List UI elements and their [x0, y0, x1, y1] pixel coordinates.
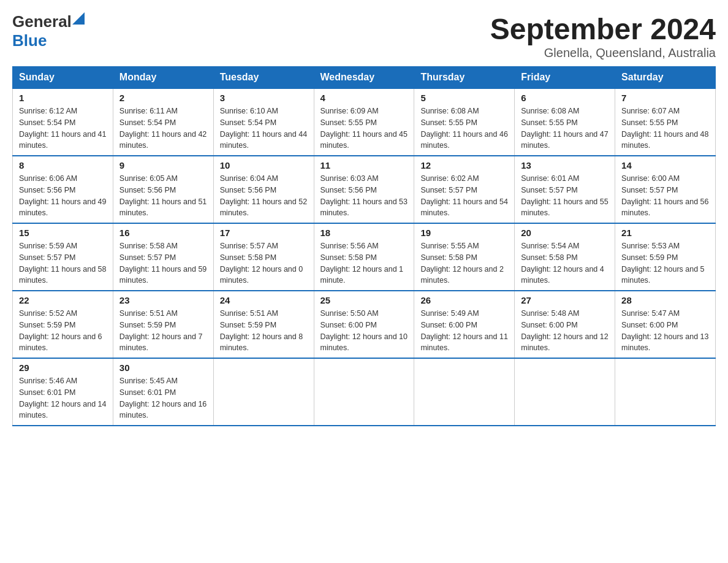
day-number: 25	[320, 295, 408, 305]
calendar-cell: 20 Sunrise: 5:54 AMSunset: 5:58 PMDaylig…	[515, 223, 615, 291]
calendar-cell	[615, 358, 716, 426]
day-info: Sunrise: 5:55 AMSunset: 5:58 PMDaylight:…	[420, 242, 504, 285]
day-number: 28	[621, 295, 709, 305]
day-info: Sunrise: 6:05 AMSunset: 5:56 PMDaylight:…	[119, 174, 207, 217]
calendar-cell: 21 Sunrise: 5:53 AMSunset: 5:59 PMDaylig…	[615, 223, 716, 291]
day-info: Sunrise: 5:54 AMSunset: 5:58 PMDaylight:…	[521, 242, 604, 285]
day-number: 30	[119, 362, 207, 373]
day-info: Sunrise: 5:49 AMSunset: 6:00 PMDaylight:…	[420, 309, 507, 352]
day-info: Sunrise: 5:50 AMSunset: 6:00 PMDaylight:…	[320, 309, 408, 352]
day-number: 12	[420, 160, 508, 170]
calendar-cell: 11 Sunrise: 6:03 AMSunset: 5:56 PMDaylig…	[314, 156, 414, 223]
calendar-table: SundayMondayTuesdayWednesdayThursdayFrid…	[12, 66, 716, 426]
calendar-week-row: 15 Sunrise: 5:59 AMSunset: 5:57 PMDaylig…	[13, 223, 716, 291]
calendar-cell: 30 Sunrise: 5:45 AMSunset: 6:01 PMDaylig…	[113, 358, 213, 426]
day-info: Sunrise: 5:59 AMSunset: 5:57 PMDaylight:…	[19, 242, 106, 285]
calendar-cell: 3 Sunrise: 6:10 AMSunset: 5:54 PMDayligh…	[213, 88, 314, 156]
day-info: Sunrise: 6:10 AMSunset: 5:54 PMDaylight:…	[220, 107, 307, 150]
calendar-week-row: 22 Sunrise: 5:52 AMSunset: 5:59 PMDaylig…	[13, 291, 716, 358]
day-info: Sunrise: 5:45 AMSunset: 6:01 PMDaylight:…	[119, 377, 207, 419]
calendar-cell: 15 Sunrise: 5:59 AMSunset: 5:57 PMDaylig…	[13, 223, 113, 291]
day-header-saturday: Saturday	[615, 67, 716, 89]
logo-blue-text: Blue	[12, 31, 47, 50]
day-info: Sunrise: 5:53 AMSunset: 5:59 PMDaylight:…	[621, 242, 705, 285]
calendar-cell: 26 Sunrise: 5:49 AMSunset: 6:00 PMDaylig…	[414, 291, 515, 358]
day-info: Sunrise: 5:51 AMSunset: 5:59 PMDaylight:…	[119, 309, 203, 352]
calendar-cell: 1 Sunrise: 6:12 AMSunset: 5:54 PMDayligh…	[13, 88, 113, 156]
calendar-cell: 2 Sunrise: 6:11 AMSunset: 5:54 PMDayligh…	[113, 88, 213, 156]
day-info: Sunrise: 6:07 AMSunset: 5:55 PMDaylight:…	[621, 107, 708, 150]
calendar-cell: 10 Sunrise: 6:04 AMSunset: 5:56 PMDaylig…	[213, 156, 314, 223]
day-number: 9	[119, 160, 207, 170]
day-number: 6	[521, 93, 609, 103]
calendar-cell	[414, 358, 515, 426]
calendar-cell: 14 Sunrise: 6:00 AMSunset: 5:57 PMDaylig…	[615, 156, 716, 223]
logo-triangle-icon	[72, 12, 85, 25]
calendar-header-row: SundayMondayTuesdayWednesdayThursdayFrid…	[13, 67, 716, 89]
calendar-cell: 12 Sunrise: 6:02 AMSunset: 5:57 PMDaylig…	[414, 156, 515, 223]
day-header-wednesday: Wednesday	[314, 67, 414, 89]
day-number: 11	[320, 160, 408, 170]
day-number: 21	[621, 228, 709, 238]
calendar-cell: 5 Sunrise: 6:08 AMSunset: 5:55 PMDayligh…	[414, 88, 515, 156]
calendar-cell: 13 Sunrise: 6:01 AMSunset: 5:57 PMDaylig…	[515, 156, 615, 223]
day-number: 22	[19, 295, 107, 305]
calendar-cell: 9 Sunrise: 6:05 AMSunset: 5:56 PMDayligh…	[113, 156, 213, 223]
logo: General Blue	[12, 12, 85, 50]
title-block: September 2024 Glenella, Queensland, Aus…	[490, 12, 716, 60]
calendar-cell	[213, 358, 314, 426]
day-number: 1	[19, 93, 107, 103]
day-number: 10	[220, 160, 308, 170]
calendar-cell: 8 Sunrise: 6:06 AMSunset: 5:56 PMDayligh…	[13, 156, 113, 223]
day-number: 27	[521, 295, 609, 305]
calendar-cell: 19 Sunrise: 5:55 AMSunset: 5:58 PMDaylig…	[414, 223, 515, 291]
day-info: Sunrise: 6:12 AMSunset: 5:54 PMDaylight:…	[19, 107, 106, 150]
calendar-cell: 22 Sunrise: 5:52 AMSunset: 5:59 PMDaylig…	[13, 291, 113, 358]
calendar-cell: 24 Sunrise: 5:51 AMSunset: 5:59 PMDaylig…	[213, 291, 314, 358]
calendar-cell: 4 Sunrise: 6:09 AMSunset: 5:55 PMDayligh…	[314, 88, 414, 156]
day-number: 8	[19, 160, 107, 170]
day-header-tuesday: Tuesday	[213, 67, 314, 89]
calendar-week-row: 8 Sunrise: 6:06 AMSunset: 5:56 PMDayligh…	[13, 156, 716, 223]
day-number: 19	[420, 228, 508, 238]
calendar-cell: 17 Sunrise: 5:57 AMSunset: 5:58 PMDaylig…	[213, 223, 314, 291]
day-number: 18	[320, 228, 408, 238]
day-info: Sunrise: 6:06 AMSunset: 5:56 PMDaylight:…	[19, 174, 106, 217]
day-number: 2	[119, 93, 207, 103]
day-header-thursday: Thursday	[414, 67, 515, 89]
day-number: 29	[19, 362, 107, 373]
day-number: 15	[19, 228, 107, 238]
day-number: 20	[521, 228, 609, 238]
day-info: Sunrise: 6:09 AMSunset: 5:55 PMDaylight:…	[320, 107, 408, 150]
day-number: 26	[420, 295, 508, 305]
day-number: 7	[621, 93, 709, 103]
day-info: Sunrise: 5:58 AMSunset: 5:57 PMDaylight:…	[119, 242, 207, 285]
day-header-monday: Monday	[113, 67, 213, 89]
day-info: Sunrise: 6:08 AMSunset: 5:55 PMDaylight:…	[521, 107, 608, 150]
location: Glenella, Queensland, Australia	[490, 46, 716, 60]
day-info: Sunrise: 5:56 AMSunset: 5:58 PMDaylight:…	[320, 242, 404, 285]
day-number: 4	[320, 93, 408, 103]
day-number: 24	[220, 295, 308, 305]
calendar-cell: 7 Sunrise: 6:07 AMSunset: 5:55 PMDayligh…	[615, 88, 716, 156]
day-info: Sunrise: 6:03 AMSunset: 5:56 PMDaylight:…	[320, 174, 408, 217]
day-info: Sunrise: 5:52 AMSunset: 5:59 PMDaylight:…	[19, 309, 102, 352]
calendar-cell: 28 Sunrise: 5:47 AMSunset: 6:00 PMDaylig…	[615, 291, 716, 358]
calendar-cell	[515, 358, 615, 426]
calendar-cell: 18 Sunrise: 5:56 AMSunset: 5:58 PMDaylig…	[314, 223, 414, 291]
calendar-cell: 23 Sunrise: 5:51 AMSunset: 5:59 PMDaylig…	[113, 291, 213, 358]
day-info: Sunrise: 5:51 AMSunset: 5:59 PMDaylight:…	[220, 309, 303, 352]
day-info: Sunrise: 6:11 AMSunset: 5:54 PMDaylight:…	[119, 107, 207, 150]
day-number: 5	[420, 93, 508, 103]
day-info: Sunrise: 5:47 AMSunset: 6:00 PMDaylight:…	[621, 309, 708, 352]
page-header: General Blue September 2024 Glenella, Qu…	[12, 12, 716, 60]
day-info: Sunrise: 5:48 AMSunset: 6:00 PMDaylight:…	[521, 309, 608, 352]
day-info: Sunrise: 6:01 AMSunset: 5:57 PMDaylight:…	[521, 174, 608, 217]
day-number: 3	[220, 93, 308, 103]
day-header-sunday: Sunday	[13, 67, 113, 89]
day-info: Sunrise: 5:46 AMSunset: 6:01 PMDaylight:…	[19, 377, 106, 419]
calendar-cell: 6 Sunrise: 6:08 AMSunset: 5:55 PMDayligh…	[515, 88, 615, 156]
calendar-cell	[314, 358, 414, 426]
logo-general-text: General	[12, 12, 72, 31]
day-header-friday: Friday	[515, 67, 615, 89]
